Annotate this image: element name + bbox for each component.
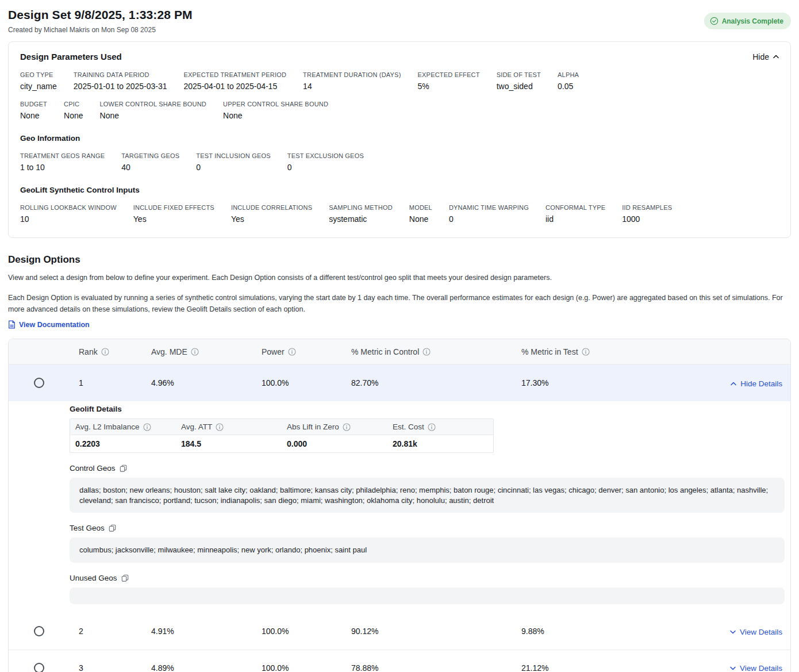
param-value: None xyxy=(409,214,432,224)
geolift-stats-header: Avg. L2 Imbalance Avg. ATT Abs Lift in Z… xyxy=(70,419,493,435)
rank-value: 1 xyxy=(70,378,142,387)
page-subtitle: Created by Michael Makris on Mon Sep 08 … xyxy=(8,26,193,34)
design-parameters-header: Design Parameters Used Hide xyxy=(20,52,779,62)
param-label: TREATMENT DURATION (DAYS) xyxy=(303,71,401,78)
param-label: SAMPLING METHOD xyxy=(329,204,393,211)
hide-parameters-button[interactable]: Hide xyxy=(752,52,779,62)
radio-button[interactable] xyxy=(34,378,44,388)
geolift-details-title: Geolift Details xyxy=(70,405,785,413)
stat-header-label: Avg. L2 Imbalance xyxy=(75,423,140,431)
copy-test-geos-button[interactable] xyxy=(109,524,116,532)
geolift-inputs-title: GeoLift Synthetic Control Inputs xyxy=(20,186,779,194)
hide-parameters-label: Hide xyxy=(752,52,769,62)
design-option-row-3[interactable]: 3 4.89% 100.0% 78.88% 21.12% View Detail… xyxy=(9,650,790,672)
design-parameters-title: Design Parameters Used xyxy=(20,52,122,62)
info-icon[interactable] xyxy=(288,348,296,356)
param-rolling-lookback-window: ROLLING LOOKBACK WINDOW 10 xyxy=(20,204,117,224)
param-label: ALPHA xyxy=(558,71,579,78)
param-value: 1 to 10 xyxy=(20,163,105,172)
param-value: Yes xyxy=(133,214,214,224)
copy-unused-geos-button[interactable] xyxy=(121,574,129,582)
table-header-row: Rank Avg. MDE Power % Metric in Control … xyxy=(9,339,790,364)
info-icon[interactable] xyxy=(582,348,590,356)
view-documentation-link[interactable]: View Documentation xyxy=(8,320,90,329)
param-label: INCLUDE CORRELATIONS xyxy=(231,204,312,211)
stat-header-l2-imbalance: Avg. L2 Imbalance xyxy=(70,423,176,431)
geo-information-title: Geo Information xyxy=(20,134,779,143)
geolift-stats-values: 0.2203 184.5 0.000 20.81k xyxy=(70,435,493,452)
copy-control-geos-button[interactable] xyxy=(120,464,127,472)
param-label: EXPECTED EFFECT xyxy=(418,71,480,78)
design-option-row-1[interactable]: 1 4.96% 100.0% 82.70% 17.30% Hide Detail… xyxy=(9,364,790,401)
design-options-table: Rank Avg. MDE Power % Metric in Control … xyxy=(8,339,791,672)
chevron-down-icon xyxy=(730,666,736,670)
geolift-stats-table: Avg. L2 Imbalance Avg. ATT Abs Lift in Z… xyxy=(70,418,494,453)
status-badge-label: Analysis Complete xyxy=(722,17,783,25)
est-cost-value: 20.81k xyxy=(387,435,493,452)
param-value: systematic xyxy=(329,214,393,224)
design-options-description-2: Each Design Option is evaluated by runni… xyxy=(8,293,791,315)
info-icon[interactable] xyxy=(422,348,431,356)
rank-value: 2 xyxy=(70,627,142,636)
test-geos-value: columbus; jacksonville; milwaukee; minne… xyxy=(70,537,785,563)
param-label: CONFORMAL TYPE xyxy=(546,204,605,211)
param-training-data-period: TRAINING DATA PERIOD 2025-01-01 to 2025-… xyxy=(74,71,167,91)
view-details-link[interactable]: View Details xyxy=(730,664,782,672)
design-option-row-2[interactable]: 2 4.91% 100.0% 90.12% 9.88% View Details xyxy=(9,613,790,650)
radio-button[interactable] xyxy=(34,626,44,636)
parameters-row-1: GEO TYPE city_name TRAINING DATA PERIOD … xyxy=(20,71,779,91)
power-value: 100.0% xyxy=(252,663,342,672)
info-icon[interactable] xyxy=(101,348,109,356)
metric-in-control-value: 78.88% xyxy=(342,663,512,672)
info-icon[interactable] xyxy=(191,348,199,356)
details-link-label: View Details xyxy=(740,664,782,672)
param-value: 0 xyxy=(196,163,271,172)
info-icon[interactable] xyxy=(216,423,224,431)
param-value: 2025-01-01 to 2025-03-31 xyxy=(74,82,167,91)
param-targeting-geos: TARGETING GEOS 40 xyxy=(121,152,179,172)
col-header-label: % Metric in Control xyxy=(351,347,419,356)
power-value: 100.0% xyxy=(252,378,342,387)
unused-geos-label: Unused Geos xyxy=(70,574,129,582)
test-geos-label: Test Geos xyxy=(70,524,116,532)
param-value: None xyxy=(20,111,47,120)
col-header-power: Power xyxy=(252,347,342,356)
parameters-row-2: BUDGET None CPIC None LOWER CONTROL SHAR… xyxy=(20,101,779,120)
metric-in-test-value: 9.88% xyxy=(512,627,670,636)
avg-att-value: 184.5 xyxy=(176,435,282,452)
hide-details-link[interactable]: Hide Details xyxy=(731,379,782,388)
param-include-correlations: INCLUDE CORRELATIONS Yes xyxy=(231,204,312,224)
design-options-title: Design Options xyxy=(8,254,791,266)
page-title: Design Set 9/8/2025, 1:33:28 PM xyxy=(8,8,193,22)
page-header: Design Set 9/8/2025, 1:33:28 PM Created … xyxy=(8,0,791,34)
param-label: TRAINING DATA PERIOD xyxy=(74,71,167,78)
view-details-link[interactable]: View Details xyxy=(730,628,782,636)
view-documentation-label: View Documentation xyxy=(19,321,90,329)
info-icon[interactable] xyxy=(343,423,351,431)
avg-mde-value: 4.91% xyxy=(142,627,252,636)
stat-header-est-cost: Est. Cost xyxy=(387,423,493,431)
info-icon[interactable] xyxy=(143,423,151,431)
stat-header-label: Est. Cost xyxy=(393,423,424,431)
info-icon[interactable] xyxy=(428,423,436,431)
param-value: 14 xyxy=(303,82,401,91)
metric-in-test-value: 17.30% xyxy=(512,378,670,387)
avg-mde-value: 4.96% xyxy=(142,378,252,387)
chevron-up-icon xyxy=(773,55,779,59)
col-header-metric-in-control: % Metric in Control xyxy=(342,347,512,356)
radio-button[interactable] xyxy=(34,663,44,672)
document-icon xyxy=(8,320,16,329)
param-value: 0 xyxy=(449,214,529,224)
col-header-label: Rank xyxy=(79,347,98,356)
metric-in-control-value: 90.12% xyxy=(342,627,512,636)
param-budget: BUDGET None xyxy=(20,101,47,120)
param-value: iid xyxy=(546,214,605,224)
param-label: TEST EXCLUSION GEOS xyxy=(287,152,364,159)
power-value: 100.0% xyxy=(252,627,342,636)
param-label: DYNAMIC TIME WARPING xyxy=(449,204,529,211)
status-badge: Analysis Complete xyxy=(704,13,791,29)
geolift-inputs-row: ROLLING LOOKBACK WINDOW 10 INCLUDE FIXED… xyxy=(20,204,779,224)
param-label: TEST INCLUSION GEOS xyxy=(196,152,271,159)
param-label: IID RESAMPLES xyxy=(622,204,672,211)
col-header-label: Avg. MDE xyxy=(151,347,187,356)
